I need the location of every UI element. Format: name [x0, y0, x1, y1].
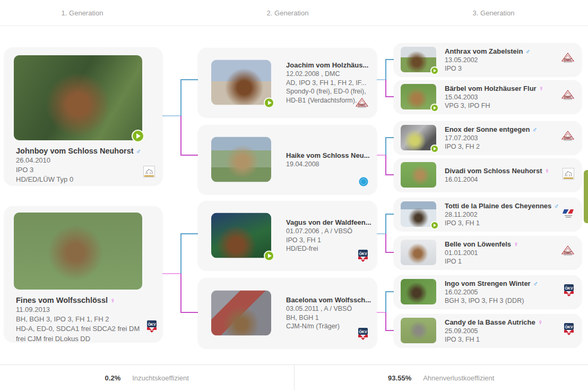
- dog-birthdate: 16.01.2004: [445, 175, 561, 184]
- connector-line: [180, 79, 198, 80]
- play-video-button[interactable]: [430, 104, 439, 112]
- svg-text:DMC: DMC: [564, 251, 572, 255]
- dog-titles: IPO 3: [16, 165, 152, 175]
- connector-line: [385, 214, 394, 215]
- connector-line: [385, 137, 386, 155]
- male-icon: ♂: [136, 147, 141, 155]
- connector-line: [180, 233, 181, 274]
- dog-photo: [211, 137, 271, 182]
- dog-birthdate: 12.02.2008 , DMC: [286, 70, 367, 79]
- dog-name: Candy de la Basse Autriche: [445, 318, 535, 326]
- dog-name: Belle von Löwenfels: [445, 240, 511, 248]
- dog-titles: BH, BGH 1: [286, 313, 367, 323]
- female-icon: ♀: [513, 240, 518, 248]
- connector-stub: [377, 312, 385, 313]
- svg-text:ÖKV: ÖKV: [565, 286, 573, 290]
- female-icon: ♀: [538, 318, 543, 326]
- play-video-button[interactable]: [430, 145, 439, 153]
- play-video-button[interactable]: [132, 130, 144, 142]
- inbreeding-stat: 0.2% Inzuchtskoeffizient: [0, 365, 294, 390]
- connector-line: [385, 214, 386, 234]
- connector-stub: [377, 233, 385, 234]
- dog-titles: IPO 3, FH 1: [445, 219, 561, 227]
- gen1-dam-card[interactable]: Fines vom Wolfsschlössl ♀ 11.09.2013 BH,…: [4, 206, 162, 342]
- dog-titles: AD, IPO 3, FH 1, FH 2, IF...: [286, 79, 367, 88]
- dog-photo: [401, 125, 436, 150]
- connector-line: [385, 59, 386, 80]
- connector-line: [385, 59, 394, 60]
- dog-birthdate: 01.07.2006 , A / VBSÖ: [286, 227, 367, 236]
- play-video-button[interactable]: [430, 66, 439, 75]
- gen3-card-5[interactable]: Totti de la Plaine des Cheyennes ♂ 28.11…: [394, 198, 582, 231]
- next-generation-handle[interactable]: [584, 170, 588, 223]
- connector-line: [385, 312, 386, 331]
- dog-health: Spondy-0 (frei), ED-0 (frei), HD-B1 (Ver…: [286, 87, 367, 105]
- dog-titles: BH, BGH 3, IPO 3, FH 1, FH 2: [16, 315, 152, 324]
- svg-text:DMC: DMC: [564, 95, 572, 99]
- gen2-card-dam-sire[interactable]: Vagus von der Waldfeen... 01.07.2006 , A…: [198, 201, 377, 270]
- gen3-card-4[interactable]: Divadi vom Schloss Neuhorst ♀ 16.01.2004: [394, 158, 582, 191]
- svg-text:DMC: DMC: [564, 58, 572, 62]
- dmc-badge-icon: DMC: [356, 98, 368, 112]
- gen3-card-6[interactable]: Belle von Löwenfels ♀ 01.01.2001 IPO 1 D…: [394, 236, 582, 269]
- connector-line: [385, 330, 394, 331]
- dmc-badge-icon: DMC: [561, 90, 574, 104]
- connector-line: [180, 274, 181, 313]
- play-icon: [434, 147, 436, 150]
- male-icon: ♂: [533, 279, 538, 287]
- dog-photo: [401, 240, 436, 265]
- dog-birthdate: 15.04.2003: [445, 93, 561, 101]
- connector-line: [385, 291, 394, 292]
- dog-photo: [401, 162, 436, 188]
- dog-birthdate: 17.07.2003: [445, 134, 561, 142]
- dog-health: HD-A, ED-0, SDCA1 frei SDCA2 frei DM fre…: [16, 324, 149, 343]
- connector-line: [180, 312, 198, 313]
- svg-text:ÖKV: ÖKV: [359, 329, 367, 334]
- play-icon: [434, 69, 436, 72]
- play-video-button[interactable]: [430, 221, 439, 230]
- gen3-card-1[interactable]: Anthrax vom Zabelstein ♂ 13.05.2002 IPO …: [394, 43, 582, 76]
- play-icon: [268, 101, 272, 105]
- connector-line: [180, 116, 181, 156]
- play-video-button[interactable]: [264, 251, 274, 261]
- okv-badge-icon: ÖKV: [358, 250, 368, 265]
- gen2-card-dam-dam[interactable]: Bacelona vom Wolfssch... 03.05.2011 , A …: [198, 278, 377, 348]
- gen2-card-sire-dam[interactable]: Haike vom Schloss Neu... 19.04.2008: [198, 125, 377, 194]
- dog-birthdate: 11.09.2013: [16, 305, 152, 315]
- dog-titles: IPO 1: [445, 257, 561, 266]
- okv-badge-icon: ÖKV: [146, 320, 157, 335]
- gen3-card-8[interactable]: Candy de la Basse Autriche ♀ 25.09.2005 …: [394, 314, 582, 347]
- ancestor-loss-stat: 93.55% Ahnenverlustkoeffizient: [295, 365, 588, 390]
- male-icon: ♂: [525, 47, 531, 55]
- connector-line: [180, 233, 198, 234]
- dog-name: Bacelona vom Wolfssch...: [286, 296, 371, 304]
- dog-photo: [211, 60, 271, 105]
- play-icon: [434, 224, 436, 227]
- svg-text:ÖKV: ÖKV: [148, 322, 156, 326]
- dog-birthdate: 26.04.2010: [16, 156, 152, 165]
- play-icon: [136, 133, 141, 139]
- gen2-card-sire-sire[interactable]: Joachim vom Holzhäus... 12.02.2008 , DMC…: [198, 48, 377, 117]
- dog-name: Joachim vom Holzhäus...: [286, 61, 368, 69]
- dog-health: HD/ED/LÜW Typ 0: [16, 175, 138, 184]
- dog-name: Enox der Sonne entgegen: [445, 125, 530, 133]
- dog-birthdate: 28.11.2002: [445, 210, 561, 219]
- gen3-card-3[interactable]: Enox der Sonne entgegen ♂ 17.07.2003 IPO…: [394, 121, 582, 154]
- play-video-button[interactable]: [264, 98, 274, 108]
- gen1-sire-card[interactable]: Johnboy vom Schloss Neuhorst ♂ 26.04.201…: [4, 47, 162, 185]
- inbreeding-label: Inzuchtskoeffizient: [132, 374, 189, 382]
- gen3-card-7[interactable]: Ingo vom Strengen Winter ♂ 16.02.2005 BG…: [394, 275, 582, 308]
- dog-name: Haike vom Schloss Neu...: [286, 151, 370, 159]
- gen3-card-2[interactable]: Bärbel vom Holzhäuser Flur ♀ 15.04.2003 …: [394, 80, 582, 113]
- connector-sire-stub: [162, 115, 180, 116]
- dog-photo: [401, 84, 436, 109]
- okv-badge-icon: ÖKV: [358, 328, 368, 343]
- dog-health: HD/ED-frei: [286, 244, 367, 253]
- dog-photo: [401, 201, 436, 227]
- dog-photo: [401, 318, 436, 343]
- connector-line: [180, 155, 198, 156]
- inbreeding-value: 0.2%: [105, 374, 121, 382]
- connector-line: [180, 79, 181, 116]
- connector-stub: [377, 79, 385, 80]
- generation-1-label: 1. Generation: [62, 9, 103, 17]
